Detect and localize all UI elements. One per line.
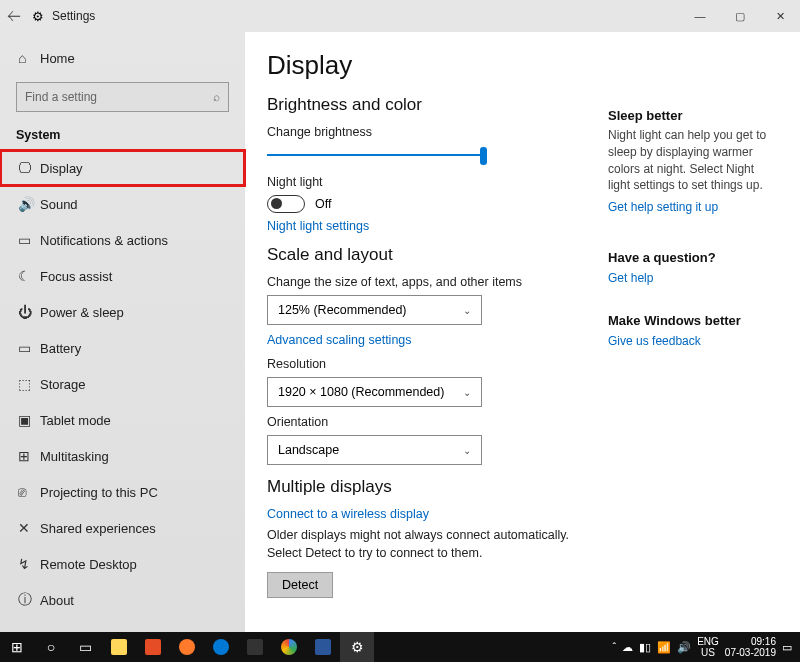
orientation-label: Orientation <box>267 415 588 429</box>
sidebar-item-label: Remote Desktop <box>40 557 137 572</box>
brightness-slider[interactable] <box>267 145 487 165</box>
orientation-dropdown[interactable]: Landscape ⌄ <box>267 435 482 465</box>
about-icon: ⓘ <box>18 591 40 609</box>
section-brightness: Brightness and color <box>267 95 588 115</box>
tray-language[interactable]: ENG US <box>697 636 719 658</box>
tray-battery-icon[interactable]: ▮▯ <box>639 641 651 654</box>
better-title: Make Windows better <box>608 313 778 328</box>
detect-button[interactable]: Detect <box>267 572 333 598</box>
night-light-label: Night light <box>267 175 588 189</box>
taskbar-app[interactable] <box>238 632 272 662</box>
taskbar-app[interactable] <box>102 632 136 662</box>
get-help-link[interactable]: Get help <box>608 271 778 285</box>
scale-value: 125% (Recommended) <box>278 303 407 317</box>
sleep-better-title: Sleep better <box>608 108 778 123</box>
chevron-down-icon: ⌄ <box>463 445 471 456</box>
taskbar-app[interactable] <box>204 632 238 662</box>
sidebar-item-projecting[interactable]: ⎚ Projecting to this PC <box>0 474 245 510</box>
sidebar-item-notifications[interactable]: ▭ Notifications & actions <box>0 222 245 258</box>
sidebar-item-shared[interactable]: ✕ Shared experiences <box>0 510 245 546</box>
taskbar-app[interactable] <box>170 632 204 662</box>
info-panel: Sleep better Night light can help you ge… <box>608 50 778 662</box>
tray-cloud-icon[interactable]: ☁ <box>622 641 633 654</box>
resolution-dropdown[interactable]: 1920 × 1080 (Recommended) ⌄ <box>267 377 482 407</box>
back-button[interactable]: 🡠 <box>0 8 28 24</box>
tray-clock[interactable]: 09:16 07-03-2019 <box>725 636 776 658</box>
remote-icon: ↯ <box>18 556 40 572</box>
sound-icon: 🔊 <box>18 196 40 212</box>
start-button[interactable]: ⊞ <box>0 632 34 662</box>
sidebar-item-label: Storage <box>40 377 86 392</box>
taskbar-app[interactable] <box>272 632 306 662</box>
sidebar-item-focus[interactable]: ☾ Focus assist <box>0 258 245 294</box>
resolution-value: 1920 × 1080 (Recommended) <box>278 385 444 399</box>
settings-icon: ⚙ <box>28 9 48 24</box>
tray-notifications-icon[interactable]: ▭ <box>782 641 792 654</box>
advanced-scaling-link[interactable]: Advanced scaling settings <box>267 333 588 347</box>
sidebar-item-label: Sound <box>40 197 78 212</box>
sidebar-section: System <box>0 122 245 150</box>
sidebar-home-label: Home <box>40 51 75 66</box>
night-light-state: Off <box>315 197 331 211</box>
main-panel: Display Brightness and color Change brig… <box>267 50 588 662</box>
sidebar-item-tablet[interactable]: ▣ Tablet mode <box>0 402 245 438</box>
scale-dropdown[interactable]: 125% (Recommended) ⌄ <box>267 295 482 325</box>
task-view-icon[interactable]: ▭ <box>68 632 102 662</box>
minimize-button[interactable]: — <box>680 0 720 32</box>
sidebar-home[interactable]: ⌂ Home <box>0 40 245 76</box>
tray-wifi-icon[interactable]: 📶 <box>657 641 671 654</box>
sidebar-item-display[interactable]: 🖵 Display <box>0 150 245 186</box>
sidebar-item-battery[interactable]: ▭ Battery <box>0 330 245 366</box>
older-displays-desc: Older displays might not always connect … <box>267 527 588 562</box>
chevron-down-icon: ⌄ <box>463 305 471 316</box>
section-scale: Scale and layout <box>267 245 588 265</box>
sidebar-item-label: Display <box>40 161 83 176</box>
sidebar-item-multitasking[interactable]: ⊞ Multitasking <box>0 438 245 474</box>
search-icon[interactable]: ○ <box>34 632 68 662</box>
tray-volume-icon[interactable]: 🔊 <box>677 641 691 654</box>
taskbar-app[interactable] <box>136 632 170 662</box>
close-button[interactable]: ✕ <box>760 0 800 32</box>
maximize-button[interactable]: ▢ <box>720 0 760 32</box>
feedback-link[interactable]: Give us feedback <box>608 334 778 348</box>
focus-icon: ☾ <box>18 268 40 284</box>
night-light-settings-link[interactable]: Night light settings <box>267 219 588 233</box>
search-input[interactable]: Find a setting ⌕ <box>16 82 229 112</box>
sidebar-item-label: Multitasking <box>40 449 109 464</box>
display-icon: 🖵 <box>18 160 40 176</box>
battery-icon: ▭ <box>18 340 40 356</box>
sidebar: ⌂ Home Find a setting ⌕ System 🖵 Display… <box>0 32 245 662</box>
power-icon: ⏻ <box>18 304 40 320</box>
tablet-icon: ▣ <box>18 412 40 428</box>
home-icon: ⌂ <box>18 50 40 66</box>
question-title: Have a question? <box>608 250 778 265</box>
sidebar-item-label: Power & sleep <box>40 305 124 320</box>
sidebar-item-remote[interactable]: ↯ Remote Desktop <box>0 546 245 582</box>
multitask-icon: ⊞ <box>18 448 40 464</box>
night-light-toggle[interactable] <box>267 195 305 213</box>
titlebar: 🡠 ⚙ Settings — ▢ ✕ <box>0 0 800 32</box>
slider-thumb[interactable] <box>480 147 487 165</box>
shared-icon: ✕ <box>18 520 40 536</box>
tray-chevron-icon[interactable]: ˆ <box>613 641 617 653</box>
resolution-label: Resolution <box>267 357 588 371</box>
sidebar-item-label: Notifications & actions <box>40 233 168 248</box>
sidebar-item-sound[interactable]: 🔊 Sound <box>0 186 245 222</box>
taskbar-app-settings[interactable]: ⚙ <box>340 632 374 662</box>
sleep-help-link[interactable]: Get help setting it up <box>608 200 778 214</box>
connect-wireless-link[interactable]: Connect to a wireless display <box>267 507 588 521</box>
page-title: Display <box>267 50 588 81</box>
storage-icon: ⬚ <box>18 376 40 392</box>
sidebar-item-label: Projecting to this PC <box>40 485 158 500</box>
system-tray[interactable]: ˆ ☁ ▮▯ 📶 🔊 ENG US 09:16 07-03-2019 ▭ <box>613 636 801 658</box>
search-placeholder: Find a setting <box>25 90 97 104</box>
sidebar-item-label: About <box>40 593 74 608</box>
sidebar-item-power[interactable]: ⏻ Power & sleep <box>0 294 245 330</box>
search-icon: ⌕ <box>213 90 220 104</box>
chevron-down-icon: ⌄ <box>463 387 471 398</box>
sidebar-item-label: Battery <box>40 341 81 356</box>
scale-label: Change the size of text, apps, and other… <box>267 275 588 289</box>
taskbar-app[interactable] <box>306 632 340 662</box>
sidebar-item-about[interactable]: ⓘ About <box>0 582 245 618</box>
sidebar-item-storage[interactable]: ⬚ Storage <box>0 366 245 402</box>
